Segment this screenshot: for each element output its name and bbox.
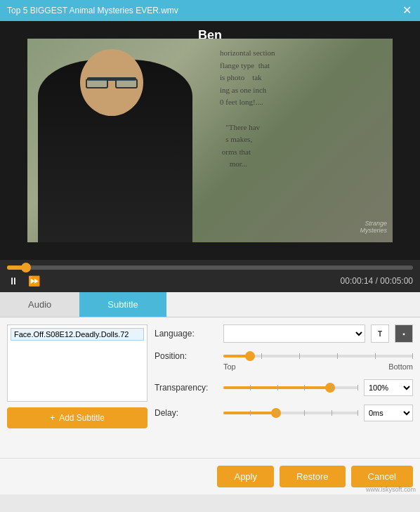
position-row: Position: Top Bottom bbox=[155, 351, 413, 371]
time-separator: / bbox=[376, 276, 378, 286]
position-slider-container bbox=[223, 351, 413, 361]
glasses-right bbox=[115, 79, 138, 88]
delay-label: Delay: bbox=[155, 408, 218, 418]
language-select[interactable] bbox=[223, 324, 365, 343]
position-slider-thumb[interactable] bbox=[245, 351, 255, 361]
box-style-button[interactable]: ▪ bbox=[395, 324, 413, 343]
cancel-button[interactable]: Cancel bbox=[351, 466, 413, 487]
video-text-overlay: horizontal section flange type that is p… bbox=[217, 44, 393, 173]
apply-button[interactable]: Apply bbox=[217, 466, 274, 487]
head bbox=[80, 49, 143, 116]
title-bar: Top 5 BIGGEST Animal Mysteries EVER.wmv … bbox=[0, 0, 420, 21]
controls-left: ⏸ ⏩ bbox=[7, 274, 41, 288]
subtitle-list-box[interactable]: Face.Off.S08E12.Deadly.Dolls.72 bbox=[7, 324, 147, 402]
text-style-button[interactable]: T bbox=[371, 324, 389, 343]
video-frame: horizontal section flange type that is p… bbox=[27, 39, 393, 242]
tabs-area: Audio Subtitle bbox=[0, 292, 420, 317]
position-bottom-label: Bottom bbox=[388, 362, 413, 371]
transparency-row: Transparency: 100% 90% 80% 70% bbox=[155, 379, 413, 396]
transparency-slider-thumb[interactable] bbox=[325, 383, 335, 393]
language-row: Language: T ▪ bbox=[155, 324, 413, 343]
subtitle-item[interactable]: Face.Off.S08E12.Deadly.Dolls.72 bbox=[11, 328, 144, 341]
window-title: Top 5 BIGGEST Animal Mysteries EVER.wmv bbox=[7, 6, 178, 15]
add-subtitle-button[interactable]: + Add Subtitle bbox=[7, 407, 147, 428]
content-area: Face.Off.S08E12.Deadly.Dolls.72 + Add Su… bbox=[0, 317, 420, 458]
glasses-left bbox=[86, 79, 108, 88]
delay-select[interactable]: 0ms 100ms 200ms -100ms bbox=[364, 405, 413, 421]
language-label: Language: bbox=[155, 329, 218, 339]
delay-slider-container bbox=[223, 408, 358, 418]
delay-row: Delay: 0ms 100ms 200ms -100ms bbox=[155, 405, 413, 421]
controls-row: ⏸ ⏩ 00:00:14 / 00:05:00 bbox=[0, 270, 420, 292]
video-watermark: StrangeMysteries bbox=[360, 220, 387, 234]
position-label: Position: bbox=[155, 351, 218, 361]
total-time: 00:05:00 bbox=[380, 276, 413, 286]
transparency-select[interactable]: 100% 90% 80% 70% bbox=[364, 379, 413, 396]
progress-thumb[interactable] bbox=[21, 263, 31, 273]
position-top-label: Top bbox=[223, 362, 236, 371]
play-pause-button[interactable]: ⏸ bbox=[7, 274, 20, 288]
close-button[interactable]: ✕ bbox=[401, 5, 413, 16]
subtitle-list-panel: Face.Off.S08E12.Deadly.Dolls.72 + Add Su… bbox=[7, 324, 147, 451]
tab-subtitle[interactable]: Subtitle bbox=[79, 292, 166, 317]
transparency-label: Transparency: bbox=[155, 383, 218, 393]
fast-forward-button[interactable]: ⏩ bbox=[27, 274, 41, 288]
add-subtitle-label: Add Subtitle bbox=[59, 413, 105, 423]
site-watermark: www.iskysoft.com bbox=[366, 486, 416, 493]
transparency-slider-container bbox=[223, 383, 358, 393]
bottom-area: Apply Restore Cancel www.iskysoft.com bbox=[0, 458, 420, 494]
progress-area bbox=[0, 260, 420, 270]
restore-button[interactable]: Restore bbox=[280, 466, 346, 487]
add-icon: + bbox=[50, 413, 55, 423]
time-display: 00:00:14 / 00:05:00 bbox=[341, 276, 413, 286]
current-time: 00:00:14 bbox=[341, 276, 374, 286]
delay-slider-thumb[interactable] bbox=[271, 408, 281, 418]
tab-audio[interactable]: Audio bbox=[0, 292, 79, 317]
progress-bar-track[interactable] bbox=[7, 265, 413, 270]
video-background: horizontal section flange type that is p… bbox=[27, 39, 393, 242]
video-container: Ben horizontal section flange type that … bbox=[0, 21, 420, 260]
subtitle-settings-panel: Language: T ▪ Position: bbox=[155, 324, 413, 451]
